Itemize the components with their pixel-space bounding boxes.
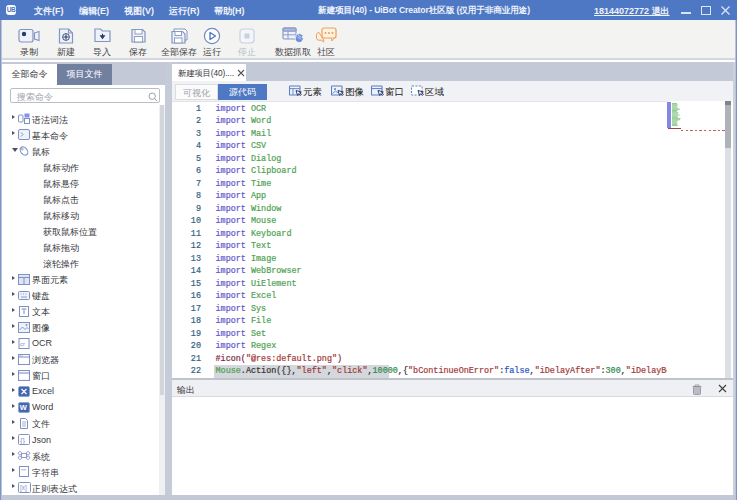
svg-text:[x]: [x] — [20, 484, 27, 492]
svg-text:W: W — [20, 403, 28, 412]
svg-text:cr: cr — [20, 341, 25, 347]
svg-text:{}: {} — [20, 436, 26, 445]
svg-text:"": "" — [21, 468, 26, 475]
